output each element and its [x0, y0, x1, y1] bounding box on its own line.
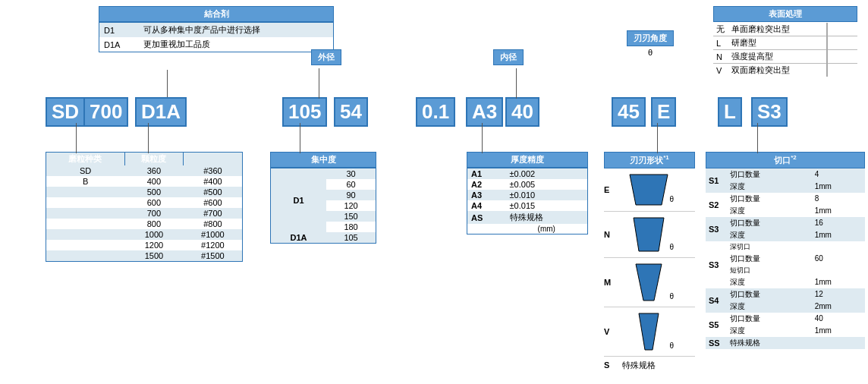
table-row: (mm)	[467, 224, 588, 234]
big-label-E: E	[651, 97, 678, 127]
connector-shu	[300, 123, 300, 153]
connector-naikei-label	[516, 68, 517, 99]
section-kiri: 切口*2 S1 切口数量 4 深度 1mm S2 切口数量 8	[706, 152, 865, 349]
table-row: 1500 #1500	[46, 250, 243, 262]
maryu-title2: 颗粒度	[124, 153, 184, 166]
table-row: N 强度提高型	[713, 50, 857, 64]
hassu-row-M: M θ	[604, 258, 695, 307]
table-row: L 研磨型	[713, 36, 857, 50]
shape-V: θ	[622, 310, 675, 353]
maryu-table: 磨粒种类 颗粒度 SD 360 #360 B 400 #400	[46, 152, 243, 262]
table-row: S3 切口数量 16	[706, 217, 865, 229]
section-hassu: 刃刃形状*1 E θ N θ M	[604, 152, 695, 374]
table-row: 短切口	[706, 265, 865, 276]
ketsugozai-val-1: 可从多种集中度产品中进行选择	[139, 23, 334, 38]
section-atsu2: 厚度精度 A1 ±0.002 A2 ±0.005 A3 ±0.010 A4 ±0…	[467, 152, 588, 234]
section-ketsugozai: 結合剤 D1 可从多种集中度产品中进行选择 D1A 更加重视加工品质	[99, 6, 334, 52]
table-row: 切口数量 60	[706, 253, 865, 265]
table-row: 深度 1mm	[706, 181, 865, 193]
ketsugozai-key-1: D1	[99, 23, 139, 38]
hassu-row-S: S 特殊规格	[604, 357, 695, 374]
page: 結合剤 D1 可从多种集中度产品中进行选择 D1A 更加重视加工品质 外径 内径…	[0, 0, 868, 384]
big-label-700: 700	[83, 97, 130, 127]
svg-marker-1	[634, 218, 664, 251]
table-row: SS 特殊规格	[706, 337, 865, 349]
table-row: B 400 #400	[46, 176, 243, 187]
table-row: V 双面磨粒突出型	[713, 64, 857, 77]
table-row: 700 #700	[46, 208, 243, 219]
ketsugozai-key-2: D1A	[99, 37, 139, 52]
kakudo-label-box: 刃刃角度 θ	[627, 30, 674, 57]
gaikei-label-box: 外径	[311, 49, 341, 65]
kiri-table: S1 切口数量 4 深度 1mm S2 切口数量 8 深度 1mm	[706, 168, 865, 349]
big-label-0-1: 0.1	[416, 97, 457, 127]
svg-marker-0	[630, 175, 668, 205]
hyomen-title: 表面処理	[713, 6, 857, 22]
big-label-105: 105	[282, 97, 329, 127]
table-row: D1 可从多种集中度产品中进行选择	[99, 23, 334, 38]
big-label-40: 40	[505, 97, 541, 127]
table-row: 深度 2mm	[706, 301, 865, 313]
naikei-label: 内径	[500, 52, 517, 61]
hyomen-key: 无	[713, 23, 728, 36]
hyomen-val: 研磨型	[728, 36, 827, 50]
table-row: 深度 1mm	[706, 229, 865, 241]
big-label-D1A: D1A	[135, 97, 188, 127]
table-row: SD 360 #360	[46, 165, 243, 176]
table-row: 800 #800	[46, 219, 243, 229]
table-row: 1200 #1200	[46, 240, 243, 250]
svg-marker-2	[636, 264, 662, 301]
hyomen-key: L	[713, 36, 728, 50]
connector-atsu2	[482, 123, 483, 153]
hyomen-key: N	[713, 50, 728, 64]
kiri-title: 切口*2	[706, 152, 865, 168]
kakudo-label: 刃刃角度	[627, 30, 674, 46]
table-row: D1 30	[271, 168, 376, 180]
hyomen-table: 无 单面磨粒突出型 L 研磨型 N 强度提高型 V 双面磨粒突出型	[713, 23, 857, 77]
atsu2-title: 厚度精度	[467, 152, 588, 168]
hyomen-val: 强度提高型	[728, 50, 827, 64]
section-hyomen: 表面処理 无 单面磨粒突出型 L 研磨型 N 强度提高型 V 双面磨粒突出型	[713, 6, 857, 77]
atsu2-table: A1 ±0.002 A2 ±0.005 A3 ±0.010 A4 ±0.015 …	[467, 168, 588, 234]
table-row: AS 特殊规格	[467, 211, 588, 224]
table-row: S1 切口数量 4	[706, 168, 865, 181]
ketsugozai-title: 結合剤	[99, 6, 334, 22]
big-label-45: 45	[612, 97, 647, 127]
big-label-L: L	[718, 97, 744, 127]
table-row: D1A 105	[271, 232, 376, 244]
ketsugozai-val-2: 更加重视加工品质	[139, 37, 334, 52]
hyomen-key: V	[713, 64, 728, 77]
gaikei-label: 外径	[318, 52, 335, 61]
section-shu: 集中度 D1 30 60 90 120 150	[270, 152, 376, 244]
big-label-SD: SD	[46, 97, 86, 127]
table-row: 深度 1mm	[706, 276, 865, 288]
section-maryu: 磨粒种类 颗粒度 SD 360 #360 B 400 #400	[46, 152, 243, 262]
table-row: 500 #500	[46, 187, 243, 197]
hassu-row-N: N θ	[604, 212, 695, 258]
hassu-title: 刃刃形状*1	[604, 152, 695, 168]
kakudo-theta: θ	[627, 48, 674, 57]
maryu-title1: 磨粒种类	[46, 153, 125, 166]
table-row: 深度 1mm	[706, 205, 865, 217]
shape-M: θ	[622, 261, 675, 304]
table-row: S5 切口数量 40	[706, 313, 865, 325]
big-label-54: 54	[334, 97, 370, 127]
ketsugozai-table: D1 可从多种集中度产品中进行选择 D1A 更加重视加工品质	[99, 22, 334, 52]
table-row: D1A 更加重视加工品质	[99, 37, 334, 52]
connector-kiri	[757, 123, 758, 153]
table-row: A3 ±0.010	[467, 190, 588, 200]
table-row: 600 #600	[46, 197, 243, 208]
table-row: S4 切口数量 12	[706, 288, 865, 301]
maryu-title3	[184, 153, 243, 166]
svg-marker-3	[639, 313, 659, 350]
connector-hassu	[657, 123, 658, 153]
big-label-A3: A3	[466, 97, 505, 127]
table-row: A2 ±0.005	[467, 179, 588, 190]
table-row: A1 ±0.002	[467, 168, 588, 180]
shape-E: θ	[622, 172, 675, 208]
naikei-label-box: 内径	[493, 49, 524, 65]
connector-gaikei-label	[319, 68, 319, 99]
hyomen-val: 单面磨粒突出型	[728, 23, 827, 36]
connector-maryu-700	[148, 123, 149, 153]
table-row: S2 切口数量 8	[706, 193, 865, 205]
